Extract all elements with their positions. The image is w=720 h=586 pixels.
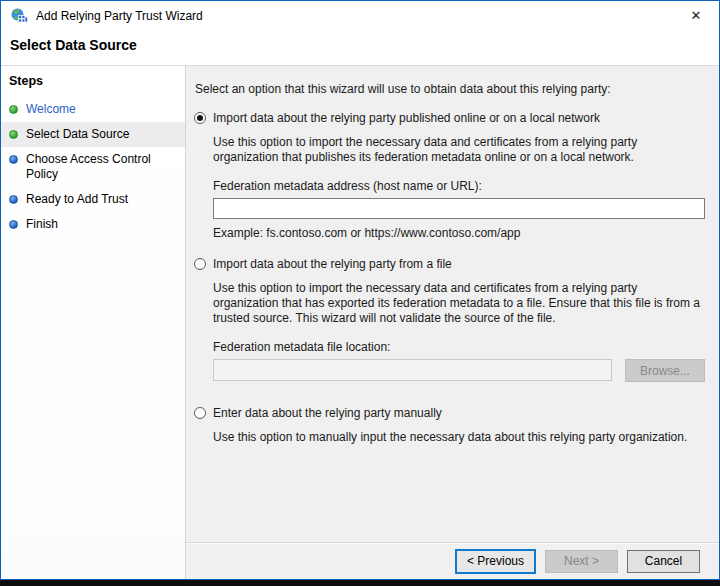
radio-import-online[interactable] (194, 112, 206, 124)
steps-sidebar: Steps Welcome Select Data Source Choose … (1, 66, 186, 579)
wizard-footer: < Previous Next > Cancel (186, 542, 719, 579)
option-import-file[interactable]: Import data about the relying party from… (194, 257, 705, 272)
option-label: Import data about the relying party publ… (213, 111, 600, 126)
instruction-text: Select an option that this wizard will u… (195, 82, 705, 97)
main-panel: Select an option that this wizard will u… (186, 66, 719, 579)
sidebar-item-finish: Finish (1, 212, 185, 237)
metadata-file-label: Federation metadata file location: (213, 340, 705, 355)
metadata-address-label: Federation metadata address (host name o… (213, 179, 705, 194)
step-done-bullet-icon (9, 130, 18, 139)
option-label: Enter data about the relying party manua… (213, 406, 442, 421)
option-import-online[interactable]: Import data about the relying party publ… (194, 111, 705, 126)
close-icon[interactable]: ✕ (685, 5, 707, 27)
data-source-form: Select an option that this wizard will u… (186, 66, 719, 542)
sidebar-item-label: Welcome (26, 102, 76, 117)
radio-enter-manually[interactable] (194, 407, 206, 419)
metadata-address-input[interactable] (213, 198, 705, 219)
metadata-address-example: Example: fs.contoso.com or https://www.c… (213, 226, 705, 241)
option-label: Import data about the relying party from… (213, 257, 452, 272)
sidebar-item-label: Ready to Add Trust (26, 192, 128, 207)
wizard-window: Add Relying Party Trust Wizard ✕ Select … (0, 0, 720, 580)
window-title: Add Relying Party Trust Wizard (36, 9, 203, 23)
option-import-file-description: Use this option to import the necessary … (213, 281, 705, 326)
option-import-online-description: Use this option to import the necessary … (213, 135, 705, 165)
option-enter-manually-description: Use this option to manually input the ne… (213, 430, 705, 445)
sidebar-item-label: Select Data Source (26, 127, 129, 142)
radio-import-file[interactable] (194, 258, 206, 270)
previous-button[interactable]: < Previous (455, 549, 536, 574)
sidebar-item-label: Finish (26, 217, 58, 232)
sidebar-item-select-data-source[interactable]: Select Data Source (1, 122, 185, 147)
title-bar: Add Relying Party Trust Wizard ✕ (1, 1, 719, 31)
cancel-button[interactable]: Cancel (627, 550, 700, 573)
step-todo-bullet-icon (9, 195, 18, 204)
sidebar-item-welcome[interactable]: Welcome (1, 97, 185, 122)
next-button: Next > (545, 550, 618, 573)
step-done-bullet-icon (9, 105, 18, 114)
page-title: Select Data Source (1, 31, 719, 66)
sidebar-item-ready-to-add-trust: Ready to Add Trust (1, 187, 185, 212)
adfs-wizard-icon (11, 8, 28, 25)
steps-heading: Steps (1, 71, 185, 97)
browse-button: Browse... (625, 359, 705, 382)
sidebar-item-label: Choose Access Control Policy (26, 152, 177, 182)
step-todo-bullet-icon (9, 220, 18, 229)
step-todo-bullet-icon (9, 155, 18, 164)
option-enter-manually[interactable]: Enter data about the relying party manua… (194, 406, 705, 421)
sidebar-item-choose-access-control-policy: Choose Access Control Policy (1, 147, 185, 187)
metadata-file-input (213, 359, 612, 381)
